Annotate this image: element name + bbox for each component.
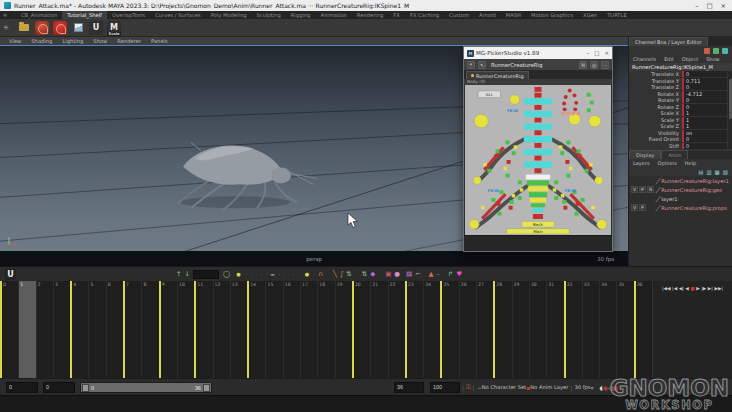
timeline-frame-27[interactable]: 27: [476, 281, 493, 378]
picker-dot-button[interactable]: [564, 95, 568, 99]
picker-ik-spine-button[interactable]: [524, 123, 552, 129]
picker-ik-spine-button[interactable]: [524, 161, 552, 167]
move-layer-up-icon[interactable]: ▦: [715, 169, 720, 175]
shelf-tab-curves-surfaces[interactable]: Curves / Surfaces: [150, 11, 206, 19]
picker-abdomen-button[interactable]: [533, 214, 543, 219]
redo-arrow-icon[interactable]: ↱: [448, 271, 453, 278]
animation-end-field[interactable]: [430, 382, 460, 393]
timeline-frame-4[interactable]: 4: [70, 281, 88, 378]
picker-fk-button[interactable]: [581, 198, 585, 202]
wrench-icon[interactable]: ⌐: [415, 271, 420, 278]
channel-value[interactable]: 0: [682, 71, 727, 77]
open-folder-icon[interactable]: [17, 21, 31, 35]
next-key-up-icon[interactable]: ↑: [176, 271, 181, 278]
picker-ik-spine-button[interactable]: [524, 111, 552, 117]
shelf-tab-rigging[interactable]: Rigging: [286, 11, 316, 19]
picker-extra-button[interactable]: [512, 194, 516, 197]
stop-button[interactable]: ■: [690, 287, 694, 292]
figure-red-icon[interactable]: [704, 48, 710, 54]
channel-menu-object[interactable]: Object: [678, 56, 702, 62]
picker-fk-spine-button[interactable]: [534, 130, 541, 135]
more-options-icon[interactable]: ⋯: [601, 61, 609, 69]
shelf-tab-fx[interactable]: FX: [388, 11, 405, 19]
picker-fk-button[interactable]: [487, 169, 491, 173]
shelf-tab-tutorial-shelf[interactable]: Tutorial_Shelf: [62, 11, 107, 19]
picker-pole-button[interactable]: [565, 160, 569, 164]
timeline-frame-10[interactable]: 10: [177, 281, 194, 378]
channel-box-object-name[interactable]: RunnerCreatureRig:IKSpine1_M: [629, 63, 732, 71]
play-forwards-button[interactable]: ▶: [696, 287, 700, 292]
timeline-frame-24[interactable]: 24: [423, 281, 440, 378]
add-inbetween-icon[interactable]: ⇅: [346, 271, 351, 278]
picker-dot-button[interactable]: [574, 101, 578, 105]
fps-dropdown[interactable]: 30 fps: [574, 384, 590, 390]
panel-menu-shading[interactable]: Shading: [26, 37, 57, 45]
picker-abdomen-button[interactable]: [529, 192, 547, 197]
picker-close-button[interactable]: ×: [604, 50, 609, 56]
channel-value[interactable]: 1: [682, 110, 727, 116]
shelf-menu-icon[interactable]: ≡: [3, 11, 7, 19]
fps-dropdown-arrow-icon[interactable]: ▾: [591, 384, 594, 391]
picker-dot-button[interactable]: [572, 93, 576, 97]
layer-toggle-r[interactable]: R: [647, 186, 654, 193]
picker-extra-button[interactable]: [520, 188, 524, 191]
runner-rig-icon[interactable]: [35, 21, 49, 35]
picker-fk-button[interactable]: [554, 196, 558, 200]
pin-icon[interactable]: ⌖: [467, 61, 475, 69]
new-empty-layer-icon[interactable]: ▤: [698, 169, 703, 175]
picker-foot-button[interactable]: [473, 177, 481, 185]
heart-icon[interactable]: ♥: [456, 271, 462, 278]
shelf-tab-overlaptools[interactable]: OverlapTools: [107, 11, 150, 19]
runner-rig-red-icon[interactable]: [53, 21, 67, 35]
shelf-tab-motion-graphics[interactable]: Motion Graphics: [526, 11, 578, 19]
step-back-frame-button[interactable]: |◀: [672, 287, 677, 292]
picker-fk-button[interactable]: [497, 212, 501, 216]
timeline-frame-8[interactable]: 8: [141, 281, 158, 378]
picker-fk-button[interactable]: [575, 212, 579, 216]
picker-extra-button[interactable]: [591, 206, 595, 209]
timeline-frame-34[interactable]: 34: [599, 281, 616, 378]
picker-fk-spine-button[interactable]: [534, 105, 541, 110]
picker-extra-button[interactable]: [589, 163, 593, 166]
ghosting-icon[interactable]: ▲: [429, 271, 434, 278]
timeline-frames[interactable]: 0123456789101112131415161718192021222324…: [0, 281, 652, 378]
picker-fk-button[interactable]: [566, 141, 570, 145]
picker-foot-button[interactable]: [469, 219, 479, 229]
shelf-tab-xgen[interactable]: XGen: [578, 11, 602, 19]
channel-menu-channels[interactable]: Channels: [629, 56, 660, 62]
pointer-icon[interactable]: ↖: [478, 61, 486, 69]
picker-fkik-label[interactable]: FK\IK: [565, 189, 578, 193]
timeline-frame-7[interactable]: 7: [123, 281, 141, 378]
picker-fkik-label[interactable]: FK\IK: [507, 109, 520, 113]
picker-abdomen-button[interactable]: [528, 186, 548, 191]
shelf-tab-custom[interactable]: Custom: [444, 11, 474, 19]
linear-tangent-icon[interactable]: ╲: [333, 271, 337, 278]
layer-row[interactable]: VPR╱RunnerCreatureRig:geo: [629, 185, 732, 194]
timeline-frame-31[interactable]: 31: [546, 281, 563, 378]
figure-green-icon[interactable]: [713, 48, 719, 54]
picker-ik-spine-button[interactable]: [524, 149, 552, 155]
mg-picker-window[interactable]: M MG-PickerStudio v1.89 – □ × ⌖ ↖ Runner…: [463, 46, 613, 252]
picker-pole-button[interactable]: [494, 154, 498, 158]
picker-extra-button[interactable]: [483, 163, 487, 166]
picker-extra-button[interactable]: [561, 194, 565, 197]
picker-abdomen-button[interactable]: [527, 180, 549, 185]
step-forward-frame-button[interactable]: ▶|: [708, 287, 713, 292]
picker-fkik-label[interactable]: FK\IK: [488, 189, 501, 193]
channel-value[interactable]: 0: [682, 97, 727, 103]
picker-fk-button[interactable]: [499, 190, 503, 194]
letter-u-icon[interactable]: U: [89, 21, 103, 35]
picker-extra-button[interactable]: [481, 206, 485, 209]
picker-fk-spine-button[interactable]: [534, 168, 541, 173]
timeline-frame-21[interactable]: 21: [370, 281, 387, 378]
move-layer-down-icon[interactable]: ▧: [723, 169, 728, 175]
picker-dot-button[interactable]: [573, 107, 577, 111]
timeline-frame-20[interactable]: 20: [352, 281, 370, 378]
picker-dot-button[interactable]: [562, 102, 566, 106]
timeline-frame-32[interactable]: 32: [564, 281, 582, 378]
panel-menu-renderer[interactable]: Renderer: [112, 37, 146, 45]
timeline-frame-5[interactable]: 5: [88, 281, 105, 378]
picker-minimize-button[interactable]: –: [586, 50, 589, 56]
timeline-frame-29[interactable]: 29: [512, 281, 529, 378]
channel-value[interactable]: 0: [682, 84, 727, 90]
